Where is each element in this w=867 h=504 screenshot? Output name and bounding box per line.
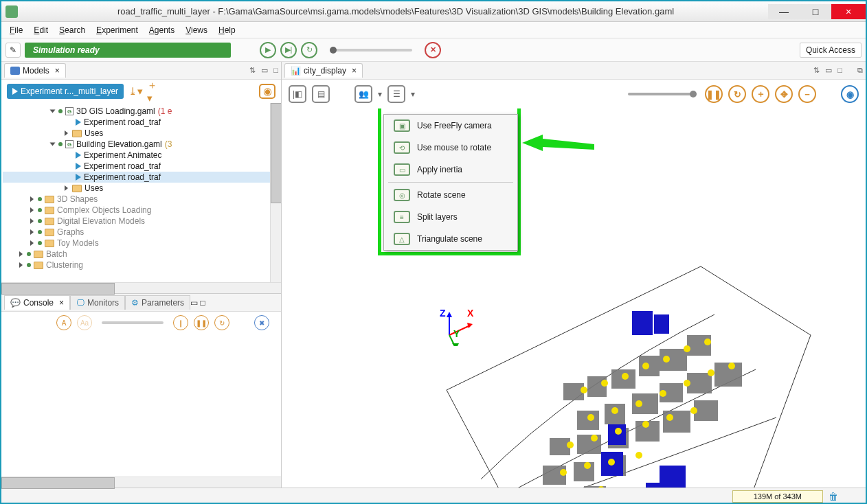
- zoom-slider[interactable]: [628, 93, 697, 95]
- pause-display-icon[interactable]: ❚❚: [705, 85, 723, 103]
- view-menu-icon[interactable]: ⇅: [813, 66, 820, 75]
- tree-item[interactable]: Batch: [46, 249, 67, 259]
- chevron-down-icon[interactable]: ▾: [378, 89, 382, 99]
- tree-item[interactable]: Experiment road_traf: [84, 117, 161, 127]
- svg-marker-0: [522, 135, 594, 151]
- tab-city-display-close-icon[interactable]: ×: [352, 66, 357, 76]
- svg-rect-3: [587, 376, 607, 397]
- tab-city-display[interactable]: 📊 city_display ×: [284, 63, 363, 78]
- svg-point-53: [690, 407, 697, 414]
- svg-rect-21: [574, 462, 594, 481]
- gc-trash-icon[interactable]: 🗑: [829, 491, 838, 502]
- menu-experiment[interactable]: Experiment: [92, 24, 142, 36]
- tree-item[interactable]: Experiment Animatec: [84, 150, 161, 160]
- menu-file[interactable]: File: [5, 24, 27, 36]
- camera-snapshot-icon[interactable]: ◉: [841, 85, 859, 103]
- menu-item-freefly[interactable]: ▣Use FreeFly camera: [384, 115, 517, 137]
- tab-console[interactable]: 💬Console×: [4, 295, 70, 310]
- view-menu-icon[interactable]: ⇅: [249, 66, 256, 75]
- tree-hscrollbar[interactable]: [1, 282, 281, 293]
- play-button[interactable]: ▶: [260, 42, 276, 58]
- pause-console-icon[interactable]: ❙: [173, 315, 188, 330]
- zoom-in-icon[interactable]: ＋: [752, 85, 769, 103]
- tree-item[interactable]: Graphs: [57, 227, 84, 237]
- model-tree[interactable]: G3D GIS Loading.gaml (1 e Experiment roa…: [1, 103, 281, 282]
- tab-models-close-icon[interactable]: ×: [55, 66, 60, 76]
- minimize-panel-icon[interactable]: ▭: [190, 298, 198, 308]
- menu-views[interactable]: Views: [181, 24, 212, 36]
- tree-item[interactable]: Complex Objects Loading: [57, 205, 151, 215]
- svg-rect-26: [654, 314, 669, 334]
- maximize-panel-icon[interactable]: □: [200, 298, 205, 308]
- console-slider[interactable]: [102, 321, 164, 324]
- minimize-panel-icon[interactable]: ▭: [825, 66, 832, 75]
- import-icon[interactable]: ⤓▾: [128, 84, 143, 99]
- fit-zoom-icon[interactable]: ✥: [775, 85, 793, 103]
- layers-icon: ≡: [394, 211, 410, 223]
- tree-item[interactable]: 3D GIS Loading.gaml: [76, 106, 155, 116]
- menu-item-rotate-scene[interactable]: ◎Rotate scene: [384, 184, 517, 206]
- step-button[interactable]: ▶|: [280, 42, 297, 58]
- run-experiment-button[interactable]: Experiment r..._multi_layer: [7, 84, 124, 99]
- menu-search[interactable]: Search: [55, 24, 89, 36]
- svg-rect-18: [663, 411, 690, 433]
- tree-item[interactable]: Experiment road_traf: [84, 161, 161, 171]
- maximize-panel-icon[interactable]: □: [273, 66, 278, 75]
- console-output[interactable]: [1, 334, 281, 477]
- menu-agents[interactable]: Agents: [145, 24, 179, 36]
- layers-menu-icon[interactable]: ☰: [387, 85, 405, 103]
- window-title: road_traffic_multi_layer - F:\Gama\GamaS…: [23, 6, 768, 16]
- tab-console-close-icon[interactable]: ×: [59, 298, 64, 308]
- speed-slider[interactable]: [330, 49, 412, 51]
- stop-button[interactable]: ✕: [425, 42, 441, 58]
- sync-display-icon[interactable]: ↻: [728, 85, 746, 103]
- agents-icon[interactable]: 👥: [354, 85, 372, 103]
- font-aa-icon[interactable]: Aa: [77, 315, 92, 330]
- refresh-console-icon[interactable]: ↻: [214, 315, 229, 330]
- svg-point-42: [611, 407, 618, 414]
- menu-item-inertia[interactable]: ▭Apply inertia: [384, 159, 517, 181]
- menu-item-mouse-rotate[interactable]: ⟲Use mouse to rotate: [384, 137, 517, 159]
- tree-item[interactable]: Clustering: [46, 260, 83, 270]
- title-bar: road_traffic_multi_layer - F:\Gama\GamaS…: [1, 1, 866, 22]
- overlay-toggle-icon[interactable]: ▤: [312, 85, 330, 103]
- reload-button[interactable]: ↻: [301, 42, 317, 58]
- maximize-button[interactable]: □: [800, 4, 831, 19]
- menu-edit[interactable]: Edit: [30, 24, 52, 36]
- svg-point-51: [642, 421, 649, 428]
- add-icon[interactable]: ＋▾: [147, 84, 162, 99]
- tree-item[interactable]: Toy Models: [57, 238, 99, 248]
- 3d-viewport[interactable]: ▣Use FreeFly camera ⟲Use mouse to rotate…: [282, 108, 866, 488]
- pause2-console-icon[interactable]: ❚❚: [194, 315, 209, 330]
- menu-help[interactable]: Help: [214, 24, 240, 36]
- clear-console-icon[interactable]: ✖: [254, 315, 269, 330]
- sidebar-toggle-icon[interactable]: |◧: [289, 85, 306, 103]
- minimize-button[interactable]: —: [768, 4, 800, 19]
- tree-item[interactable]: Experiment road_traf: [84, 172, 161, 182]
- tree-item[interactable]: Uses: [85, 183, 103, 193]
- chevron-down-icon[interactable]: ▾: [411, 89, 415, 99]
- console-hscrollbar[interactable]: [1, 477, 281, 488]
- detach-panel-icon[interactable]: ⧉: [857, 66, 863, 75]
- close-button[interactable]: ×: [831, 4, 866, 19]
- tab-models[interactable]: Models ×: [4, 63, 66, 78]
- quick-access[interactable]: Quick Access: [800, 43, 862, 58]
- menu-bar: File Edit Search Experiment Agents Views…: [1, 22, 866, 38]
- tree-item[interactable]: 3D Shapes: [57, 194, 98, 204]
- tab-parameters[interactable]: ⚙Parameters: [125, 295, 190, 310]
- menu-item-triangulate[interactable]: △Triangulate scene: [384, 228, 517, 250]
- minimize-panel-icon[interactable]: ▭: [261, 66, 268, 75]
- snapshot-icon[interactable]: ◉: [259, 84, 275, 99]
- maximize-panel-icon[interactable]: □: [837, 66, 842, 75]
- font-a-icon[interactable]: A: [56, 315, 71, 330]
- tree-item[interactable]: Building Elevation.gaml: [76, 139, 162, 149]
- tree-item[interactable]: Digital Elevation Models: [57, 216, 145, 226]
- tree-item[interactable]: Uses: [85, 128, 103, 138]
- zoom-out-icon[interactable]: −: [798, 85, 816, 103]
- menu-item-split-layers[interactable]: ≡Split layers: [384, 206, 517, 228]
- tab-monitors[interactable]: 🖵Monitors: [70, 295, 125, 310]
- tree-vscrollbar[interactable]: [270, 103, 281, 282]
- edit-icon[interactable]: ✎: [5, 43, 21, 58]
- svg-point-52: [666, 414, 673, 421]
- svg-marker-65: [452, 343, 459, 346]
